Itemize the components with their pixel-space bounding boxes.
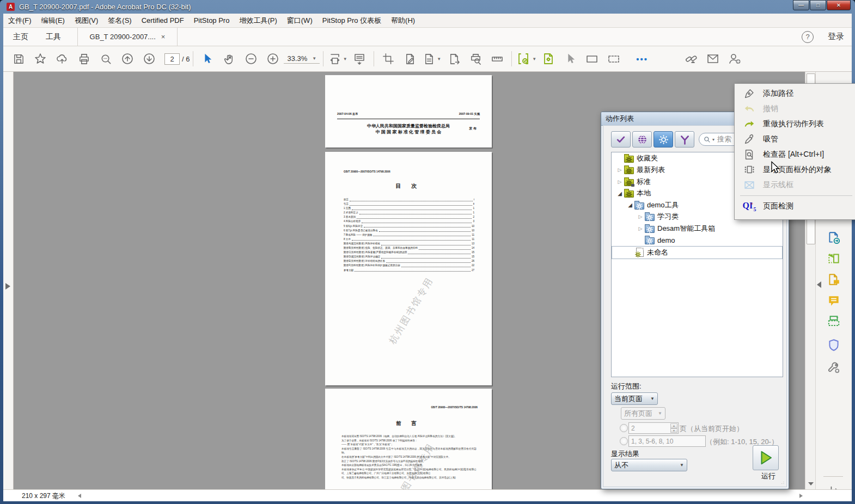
- protect-button[interactable]: [827, 338, 841, 352]
- maximize-button[interactable]: □: [810, 0, 826, 10]
- help-icon[interactable]: ?: [802, 31, 814, 43]
- run-button[interactable]: [753, 445, 779, 470]
- settings-actions-button[interactable]: [654, 131, 673, 147]
- page-number-input[interactable]: 2: [164, 53, 180, 65]
- scroll-down-icon[interactable]: [808, 482, 814, 485]
- chevron-down-icon: ▼: [680, 463, 684, 468]
- minimize-button[interactable]: —: [793, 0, 809, 10]
- folder-gear-blue-icon: [645, 237, 655, 244]
- context-menu-item[interactable]: 重做执行动作列表: [735, 116, 855, 132]
- menu-item[interactable]: 帮助(H): [386, 14, 420, 27]
- select-tool-button[interactable]: [198, 49, 217, 69]
- toc-entry: 6 第7步:风险是否已被充分降低10: [344, 229, 474, 233]
- export-pdf-button[interactable]: [827, 231, 841, 245]
- request-signatures-button[interactable]: [827, 273, 841, 287]
- page-up-icon: [121, 52, 134, 65]
- expander-expanded-icon[interactable]: ◢: [626, 202, 634, 208]
- menu-item[interactable]: Certified PDF: [137, 14, 189, 27]
- email-button[interactable]: [703, 49, 723, 69]
- action-list-button[interactable]: [539, 49, 558, 69]
- close-button[interactable]: ✕: [827, 0, 851, 10]
- star-button[interactable]: [30, 49, 50, 69]
- save-button[interactable]: [9, 49, 28, 69]
- confirm-actions-button[interactable]: [611, 131, 631, 147]
- email-icon: [706, 53, 719, 65]
- context-menu-item[interactable]: 显示页面框外的对象: [735, 162, 855, 177]
- find-button[interactable]: [96, 49, 115, 69]
- zoom-level-dropdown[interactable]: 33.3%▼: [284, 54, 320, 64]
- scope-dropdown[interactable]: 当前页面▼: [611, 392, 658, 405]
- context-menu-item[interactable]: QI+5 页面检测: [735, 199, 855, 214]
- expander-collapsed-icon[interactable]: ▷: [637, 214, 644, 219]
- page-range-radio[interactable]: [620, 437, 628, 445]
- select-object-button[interactable]: [560, 49, 580, 69]
- rect-select-button[interactable]: [582, 49, 602, 69]
- export-page-button[interactable]: [444, 49, 463, 69]
- more-tools-sidebar-button[interactable]: [827, 360, 841, 374]
- nav-pane-strip[interactable]: [3, 72, 14, 490]
- show-results-dropdown[interactable]: 从不▼: [611, 459, 687, 471]
- collapse-panel-icon[interactable]: [817, 281, 821, 288]
- edit-page-button[interactable]: [400, 49, 420, 69]
- page-count-spinner[interactable]: 2 ▲▼: [628, 422, 679, 434]
- tree-item-未命名[interactable]: 未命名: [612, 246, 783, 259]
- spinner-arrows-icon[interactable]: ▲▼: [670, 423, 677, 433]
- menu-item[interactable]: 视图(V): [70, 14, 103, 27]
- expander-collapsed-icon[interactable]: ▷: [616, 179, 624, 185]
- menu-item[interactable]: 增效工具(P): [234, 14, 282, 27]
- tab-home[interactable]: 主页: [8, 28, 34, 46]
- page-range-input[interactable]: 1, 3, 5-6, 8, 10: [628, 435, 706, 447]
- page-total-label: / 6: [182, 55, 190, 63]
- expand-nav-pane-icon[interactable]: [5, 283, 10, 290]
- reading-mode-button[interactable]: [350, 49, 369, 69]
- tab-tools[interactable]: 工具: [40, 28, 66, 46]
- preflight-button[interactable]: ▼: [516, 49, 536, 69]
- foreword-line: 在本标准的“参考文献”中列出的国内文件代替了 ISO/TS 14798:2006…: [341, 455, 477, 459]
- resize-grip[interactable]: .:: [781, 480, 785, 485]
- page-options-button[interactable]: ▼: [422, 49, 442, 69]
- expander-collapsed-icon[interactable]: ▷: [637, 226, 644, 231]
- filter-actions-button[interactable]: [675, 131, 694, 147]
- print-button[interactable]: [74, 49, 94, 69]
- context-menu-item[interactable]: 吸管: [735, 132, 855, 147]
- zoom-in-button[interactable]: [263, 49, 283, 69]
- marquee-select-button[interactable]: [604, 49, 624, 69]
- zoom-out-button[interactable]: [241, 49, 261, 69]
- previous-page-button[interactable]: [118, 49, 137, 69]
- web-actions-button[interactable]: [632, 131, 652, 147]
- add-person-button[interactable]: [725, 49, 744, 69]
- tree-item-demo[interactable]: demo: [612, 235, 783, 247]
- tab-document[interactable]: GB_T 20900-2007.... ×: [77, 28, 178, 46]
- expander-collapsed-icon[interactable]: ▷: [616, 167, 624, 173]
- menu-item[interactable]: 签名(S): [103, 14, 136, 27]
- menu-item[interactable]: 编辑(E): [36, 14, 70, 27]
- print-icon: [78, 53, 90, 65]
- context-menu-item[interactable]: 检查器 [Alt+Ctrl+I]: [735, 147, 855, 162]
- menu-item[interactable]: PitStop Pro 仪表板: [317, 14, 386, 27]
- scroll-left-icon[interactable]: [78, 494, 81, 498]
- menu-item[interactable]: 文件(F): [3, 14, 36, 27]
- close-tab-icon[interactable]: ×: [161, 33, 166, 41]
- share-link-button[interactable]: [681, 49, 701, 69]
- crop-pages-button[interactable]: [378, 49, 398, 69]
- more-tools-button[interactable]: •••: [632, 49, 652, 69]
- comment-button[interactable]: [827, 294, 841, 308]
- sign-in-link[interactable]: 登录: [828, 32, 844, 42]
- page-count-radio[interactable]: [620, 424, 628, 432]
- menu-item[interactable]: PitStop Pro: [189, 14, 235, 27]
- toc-entry: 参考文献27: [344, 268, 474, 273]
- tree-item-Desam智能工具箱[interactable]: ▷ Desam智能工具箱: [612, 223, 783, 235]
- scan-ocr-button[interactable]: [827, 315, 841, 329]
- expander-expanded-icon[interactable]: ◢: [616, 190, 624, 196]
- measure-button[interactable]: [487, 49, 507, 69]
- fit-width-button[interactable]: ▼: [328, 49, 347, 69]
- next-page-button[interactable]: [139, 49, 159, 69]
- menu-item[interactable]: 窗口(W): [282, 14, 317, 27]
- all-pages-dropdown[interactable]: 所有页面▼: [621, 407, 665, 420]
- scroll-right-icon[interactable]: [799, 494, 803, 498]
- hand-tool-button[interactable]: [219, 49, 239, 69]
- upload-cloud-button[interactable]: [52, 49, 72, 69]
- organize-pages-button[interactable]: [827, 251, 841, 266]
- context-menu-item[interactable]: 添加路径: [735, 86, 855, 101]
- print-preview-button[interactable]: [466, 49, 485, 69]
